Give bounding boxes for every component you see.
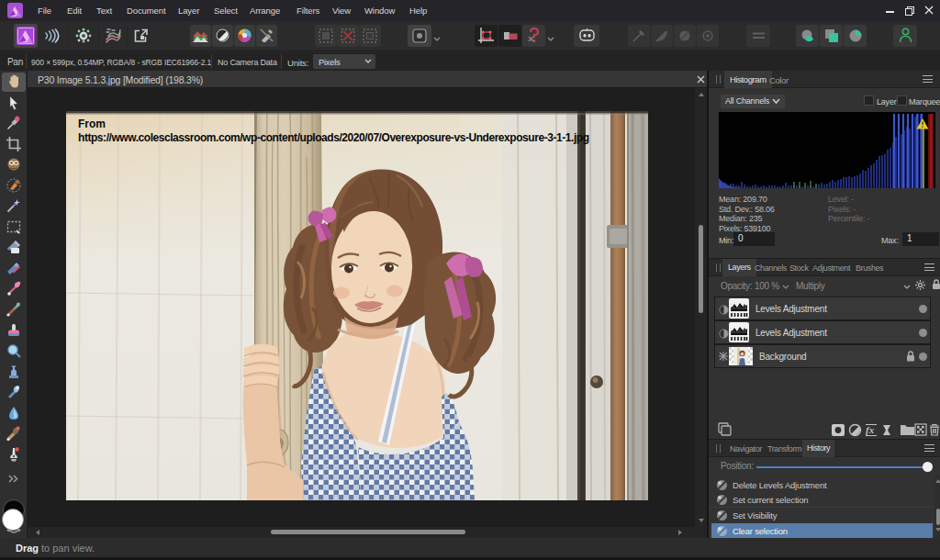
- svg-text:fx: fx: [866, 424, 875, 435]
- svg-text:https://www.colesclassroom.com: https://www.colesclassroom.com/wp-conten…: [78, 131, 589, 144]
- svg-text:From: From: [78, 118, 106, 130]
